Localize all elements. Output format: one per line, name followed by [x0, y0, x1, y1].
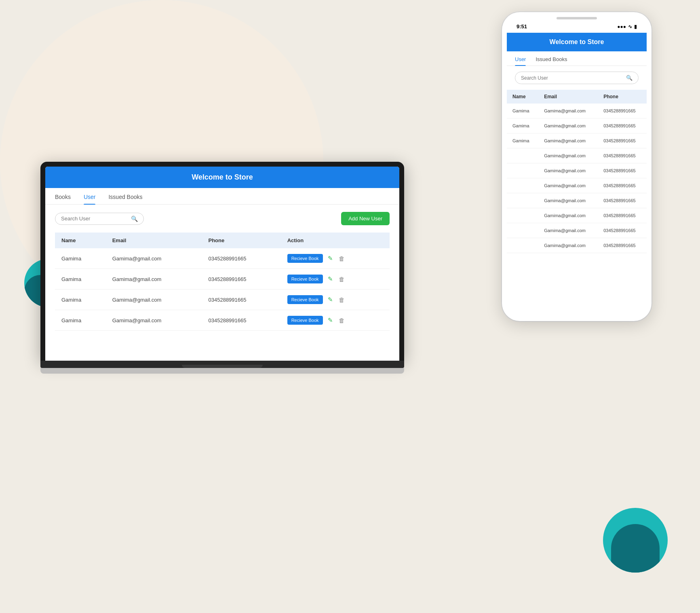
phone-cell-name [507, 208, 538, 223]
laptop-device: Welcome to Store Books User Issued Books… [40, 162, 404, 374]
laptop-tabs: Books User Issued Books [45, 188, 399, 205]
laptop-cell-name: Gamima [55, 269, 106, 290]
phone-table-row: Gamima@gmail.com 0345288991665 [507, 148, 647, 163]
edit-icon[interactable]: ✎ [328, 317, 333, 324]
phone-app-header: Welcome to Store [507, 33, 647, 51]
laptop-cell-email: Gamima@gmail.com [106, 310, 202, 331]
laptop-tab-user[interactable]: User [84, 194, 96, 204]
laptop-search-input[interactable] [61, 216, 131, 222]
laptop-cell-action: Recieve Book ✎ 🗑 [281, 269, 390, 290]
phone-cell-name: Gamima [507, 133, 538, 148]
laptop-cell-phone: 0345288991665 [202, 310, 281, 331]
phone-table-row: Gamima@gmail.com 0345288991665 [507, 208, 647, 223]
phone-cell-email: Gamima@gmail.com [538, 133, 598, 148]
laptop-cell-email: Gamima@gmail.com [106, 248, 202, 269]
laptop-app-header: Welcome to Store [45, 167, 399, 188]
phone-search-area: 🔍 [507, 66, 647, 90]
laptop-col-phone: Phone [202, 233, 281, 248]
laptop-user-table: Name Email Phone Action Gamima Gamima@gm… [55, 233, 390, 331]
laptop-col-name: Name [55, 233, 106, 248]
phone-table-row: Gamima@gmail.com 0345288991665 [507, 238, 647, 253]
phone-table-row: Gamima Gamima@gmail.com 0345288991665 [507, 104, 647, 118]
phone-cell-phone: 0345288991665 [598, 118, 647, 133]
phone-search-icon[interactable]: 🔍 [626, 75, 633, 81]
laptop-cell-name: Gamima [55, 248, 106, 269]
phone-cell-email: Gamima@gmail.com [538, 238, 598, 253]
delete-icon[interactable]: 🗑 [339, 317, 345, 324]
phone-cell-phone: 0345288991665 [598, 163, 647, 178]
laptop-table-row: Gamima Gamima@gmail.com 0345288991665 Re… [55, 248, 390, 269]
phone-cell-email: Gamima@gmail.com [538, 118, 598, 133]
phone-col-name: Name [507, 90, 538, 104]
laptop-cell-phone: 0345288991665 [202, 248, 281, 269]
delete-icon[interactable]: 🗑 [339, 276, 345, 283]
phone-table-row: Gamima@gmail.com 0345288991665 [507, 163, 647, 178]
laptop-base [40, 361, 404, 368]
phone-table-row: Gamima@gmail.com 0345288991665 [507, 193, 647, 208]
laptop-cell-phone: 0345288991665 [202, 290, 281, 310]
phone-table-row: Gamima@gmail.com 0345288991665 [507, 223, 647, 238]
laptop-cell-email: Gamima@gmail.com [106, 269, 202, 290]
phone-table-row: Gamima Gamima@gmail.com 0345288991665 [507, 133, 647, 148]
recieve-book-button[interactable]: Recieve Book [287, 275, 323, 283]
laptop-cell-email: Gamima@gmail.com [106, 290, 202, 310]
edit-icon[interactable]: ✎ [328, 255, 333, 262]
laptop-search-box[interactable]: 🔍 [55, 213, 144, 225]
phone-cell-email: Gamima@gmail.com [538, 104, 598, 118]
laptop-tab-books[interactable]: Books [55, 194, 71, 204]
phone-header-title: Welcome to Store [550, 38, 604, 45]
phone-cell-phone: 0345288991665 [598, 178, 647, 193]
laptop-search-icon[interactable]: 🔍 [131, 216, 138, 222]
edit-icon[interactable]: ✎ [328, 296, 333, 303]
laptop-bezel: Welcome to Store Books User Issued Books… [40, 162, 404, 361]
phone-cell-email: Gamima@gmail.com [538, 148, 598, 163]
phone-tabs: User Issued Books [507, 51, 647, 66]
phone-cell-name [507, 178, 538, 193]
laptop-cell-name: Gamima [55, 290, 106, 310]
teal-circle-right [603, 508, 668, 573]
phone-cell-phone: 0345288991665 [598, 223, 647, 238]
laptop-table-row: Gamima Gamima@gmail.com 0345288991665 Re… [55, 310, 390, 331]
laptop-cell-name: Gamima [55, 310, 106, 331]
recieve-book-button[interactable]: Recieve Book [287, 254, 323, 263]
phone-cell-phone: 0345288991665 [598, 148, 647, 163]
phone-user-table: Name Email Phone Gamima Gamima@gmail.com… [507, 90, 647, 253]
add-new-user-button[interactable]: Add New User [341, 212, 390, 225]
laptop-cell-action: Recieve Book ✎ 🗑 [281, 248, 390, 269]
signal-icon: ●●● [617, 24, 626, 30]
recieve-book-button[interactable]: Recieve Book [287, 295, 323, 304]
laptop-col-email: Email [106, 233, 202, 248]
phone-cell-email: Gamima@gmail.com [538, 208, 598, 223]
phone-cell-phone: 0345288991665 [598, 133, 647, 148]
phone-cell-email: Gamima@gmail.com [538, 223, 598, 238]
phone-tab-issued-books[interactable]: Issued Books [536, 56, 567, 66]
phone-screen: 9:51 ●●● ∿ ▮ Welcome to Store User Issue… [507, 17, 647, 316]
recieve-book-button[interactable]: Recieve Book [287, 316, 323, 325]
phone-cell-email: Gamima@gmail.com [538, 178, 598, 193]
phone-cell-phone: 0345288991665 [598, 208, 647, 223]
phone-col-email: Email [538, 90, 598, 104]
phone-cell-name [507, 193, 538, 208]
phone-search-box[interactable]: 🔍 [515, 72, 639, 84]
phone-tab-user[interactable]: User [515, 56, 526, 66]
laptop-toolbar: 🔍 Add New User [45, 205, 399, 233]
delete-icon[interactable]: 🗑 [339, 255, 345, 262]
phone-cell-name [507, 238, 538, 253]
battery-icon: ▮ [634, 24, 637, 30]
wifi-icon: ∿ [628, 24, 632, 30]
phone-search-input[interactable] [521, 75, 626, 81]
phone-cell-email: Gamima@gmail.com [538, 193, 598, 208]
phone-device: 9:51 ●●● ∿ ▮ Welcome to Store User Issue… [502, 12, 652, 321]
laptop-tab-issued-books[interactable]: Issued Books [108, 194, 142, 204]
laptop-cell-phone: 0345288991665 [202, 269, 281, 290]
edit-icon[interactable]: ✎ [328, 275, 333, 283]
phone-cell-email: Gamima@gmail.com [538, 163, 598, 178]
phone-cell-phone: 0345288991665 [598, 104, 647, 118]
phone-cell-name [507, 148, 538, 163]
phone-time: 9:51 [517, 23, 527, 30]
laptop-cell-action: Recieve Book ✎ 🗑 [281, 290, 390, 310]
laptop-table-row: Gamima Gamima@gmail.com 0345288991665 Re… [55, 269, 390, 290]
phone-notch [557, 17, 597, 19]
delete-icon[interactable]: 🗑 [339, 296, 345, 303]
phone-col-phone: Phone [598, 90, 647, 104]
